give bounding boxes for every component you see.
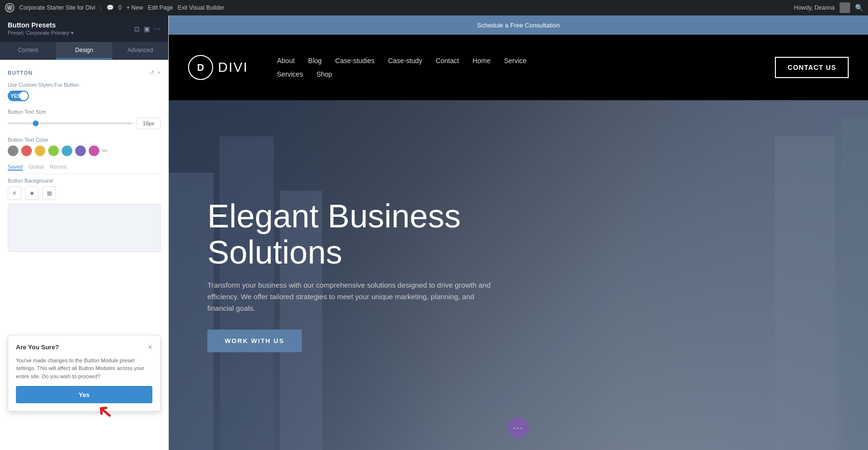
button-text-size-field: Button Text Size	[8, 109, 161, 129]
hero-subtitle: Transform your business with our compreh…	[207, 279, 497, 314]
topbar-text: Schedule a Free Consultation	[477, 22, 559, 29]
svg-rect-7	[775, 136, 835, 450]
toggle-container: YES	[8, 91, 161, 101]
logo-circle: D	[188, 55, 213, 80]
hero-dots-button[interactable]: ···	[508, 417, 529, 438]
slider-thumb[interactable]	[33, 120, 39, 126]
tab-advanced[interactable]: Advanced	[112, 42, 168, 59]
bg-option-none[interactable]: ✕	[8, 186, 21, 200]
wordpress-logo-icon[interactable]: W	[5, 3, 14, 13]
panel-settings-icon[interactable]: ⊡	[134, 25, 140, 33]
site-topbar: Schedule a Free Consultation	[169, 15, 868, 35]
preset-tab-recent[interactable]: Recent	[50, 164, 67, 171]
tab-content[interactable]: Content	[0, 42, 56, 59]
site-hero: Elegant Business Solutions Transform you…	[169, 100, 868, 450]
site-nav-links: About Blog Case-studies Case-study Conta…	[277, 57, 775, 78]
comment-icon: 💬	[107, 4, 114, 11]
slider-container	[8, 118, 161, 129]
nav-link-about[interactable]: About	[277, 57, 295, 65]
admin-bar-divider: |	[100, 4, 101, 11]
slider-track	[8, 122, 133, 124]
nav-link-service[interactable]: Service	[504, 57, 527, 65]
hero-cta-button[interactable]: WORK WITH US	[207, 330, 302, 352]
bg-preview	[8, 204, 161, 252]
color-swatch-green[interactable]	[48, 146, 59, 156]
panel-title-area: Button Presets Preset: Corporate Primary…	[8, 21, 74, 36]
color-swatch-yellow[interactable]	[35, 146, 45, 156]
panel-more-icon[interactable]: ⋯	[154, 25, 161, 33]
edit-page-button[interactable]: Edit Page	[148, 4, 173, 11]
admin-bar-left: W Corporate Starter Site for Divi | 💬 0 …	[5, 3, 788, 13]
main-layout: Button Presets Preset: Corporate Primary…	[0, 15, 868, 450]
color-swatch-gray[interactable]	[8, 146, 18, 156]
color-swatch-purple[interactable]	[75, 146, 86, 156]
slider-input[interactable]	[136, 118, 161, 129]
section-icons: ↺ ×	[149, 69, 161, 76]
confirm-close-button[interactable]: ×	[148, 343, 152, 352]
hero-dots-icon: ···	[513, 423, 523, 433]
site-logo: D DIVI	[188, 55, 248, 80]
admin-bar-right: Howdy, Deanna 🔍	[794, 2, 864, 13]
preset-tabs: Saved Global Recent	[8, 164, 161, 174]
panel-layout-icon[interactable]: ▣	[144, 25, 150, 33]
preset-tab-saved[interactable]: Saved	[8, 164, 23, 171]
panel-header-icons: ⊡ ▣ ⋯	[134, 25, 161, 33]
bg-option-gradient[interactable]: ▦	[42, 186, 56, 200]
preset-tab-global[interactable]: Global	[28, 164, 44, 171]
tab-design[interactable]: Design	[56, 42, 112, 59]
new-button[interactable]: + New	[126, 4, 143, 11]
site-preview: Schedule a Free Consultation D DIVI Abou…	[169, 15, 868, 450]
section-reset-icon[interactable]: ↺	[149, 69, 154, 76]
nav-link-blog[interactable]: Blog	[308, 57, 322, 65]
button-section-header: Button ↺ ×	[8, 69, 161, 76]
nav-link-services[interactable]: Services	[277, 70, 303, 78]
bg-options: ✕ ■ ▦	[8, 186, 161, 200]
use-custom-styles-label: Use Custom Styles For Button	[8, 82, 161, 88]
custom-styles-toggle[interactable]: YES	[8, 91, 29, 101]
bg-option-color[interactable]: ■	[25, 186, 39, 200]
confirm-header: Are You Sure? ×	[16, 343, 152, 352]
button-background-label: Button Background	[8, 178, 161, 184]
panel-header: Button Presets Preset: Corporate Primary…	[0, 15, 168, 42]
nav-link-shop[interactable]: Shop	[316, 70, 332, 78]
button-text-size-label: Button Text Size	[8, 109, 161, 115]
hero-title: Elegant Business Solutions	[207, 198, 545, 270]
use-custom-styles-field: Use Custom Styles For Button YES	[8, 82, 161, 101]
admin-bar: W Corporate Starter Site for Divi | 💬 0 …	[0, 0, 868, 15]
nav-link-contact[interactable]: Contact	[436, 57, 459, 65]
color-swatches: ✏	[8, 146, 161, 156]
color-swatch-red[interactable]	[21, 146, 32, 156]
site-name[interactable]: Corporate Starter Site for Divi	[19, 4, 95, 11]
button-section-title: Button	[8, 70, 33, 76]
section-close-icon[interactable]: ×	[157, 69, 161, 76]
button-background-field: Button Background ✕ ■ ▦	[8, 178, 161, 252]
nav-row-1: About Blog Case-studies Case-study Conta…	[277, 57, 775, 65]
button-text-color-label: Button Text Color	[8, 137, 161, 143]
avatar	[840, 2, 850, 13]
button-text-color-field: Button Text Color ✏	[8, 137, 161, 156]
svg-text:W: W	[7, 5, 12, 11]
confirm-yes-button[interactable]: Yes	[16, 386, 152, 403]
search-icon[interactable]: 🔍	[855, 4, 863, 12]
exit-builder-button[interactable]: Exit Visual Builder	[178, 4, 225, 11]
howdy-text: Howdy, Deanna	[794, 4, 835, 11]
color-swatch-pink[interactable]	[89, 146, 99, 156]
panel-subtitle[interactable]: Preset: Corporate Primary ▾	[8, 30, 74, 36]
nav-link-home[interactable]: Home	[473, 57, 490, 65]
site-nav: D DIVI About Blog Case-studies Case-stud…	[169, 35, 868, 100]
logo-text: DIVI	[218, 60, 248, 75]
color-swatch-blue[interactable]	[62, 146, 72, 156]
comments-count[interactable]: 0	[119, 4, 122, 11]
nav-row-2: Services Shop	[277, 70, 775, 78]
panel-title: Button Presets	[8, 21, 74, 29]
nav-link-case-study[interactable]: Case-study	[388, 57, 422, 65]
nav-link-case-studies[interactable]: Case-studies	[335, 57, 375, 65]
left-panel: Button Presets Preset: Corporate Primary…	[0, 15, 169, 450]
logo-letter: D	[197, 62, 204, 73]
color-picker-icon[interactable]: ✏	[102, 147, 108, 155]
confirm-message: You've made changes to the Button Module…	[16, 357, 152, 381]
svg-rect-8	[841, 119, 868, 450]
hero-content: Elegant Business Solutions Transform you…	[207, 198, 545, 353]
contact-us-button[interactable]: CONTACT US	[775, 57, 849, 78]
confirm-dialog: Are You Sure? × You've made changes to t…	[8, 335, 161, 412]
